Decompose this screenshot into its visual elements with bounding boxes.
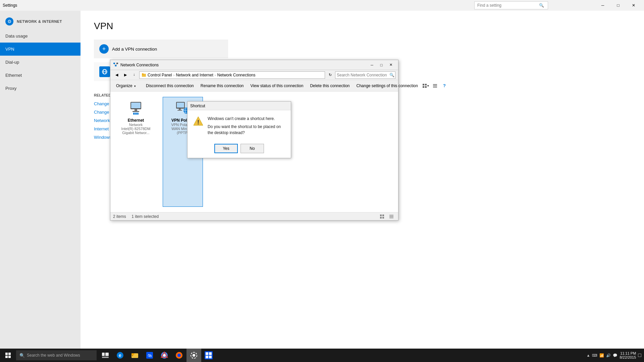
tray-time[interactable]: 11:11 PM 8/22/2015 [620, 351, 636, 359]
tray-network-icon[interactable]: 📶 [599, 353, 604, 358]
svg-rect-14 [433, 84, 437, 85]
explorer-button[interactable] [127, 349, 142, 362]
dialog-body: ! Windows can't create a shortcut here. … [187, 110, 291, 141]
store-button[interactable]: 🛍 [142, 349, 157, 362]
minimize-button[interactable]: ─ [595, 0, 610, 11]
svg-rect-10 [423, 84, 424, 85]
ethernet-icon [128, 100, 144, 116]
dialog-title: Shortcut [190, 104, 205, 108]
settings-tb-button[interactable] [186, 349, 201, 362]
back-button[interactable]: ◀ [113, 71, 120, 79]
nc-titlebar-icon [113, 62, 118, 68]
search-nc-button[interactable]: 🔍 [388, 72, 395, 78]
search-icon: 🔍 [19, 353, 25, 358]
svg-rect-20 [132, 111, 139, 112]
settings-titlebar: Settings 🔍 ─ □ ✕ [0, 0, 644, 11]
sidebar-item-proxy[interactable]: Proxy [0, 82, 80, 95]
svg-line-6 [114, 64, 116, 65]
forward-button[interactable]: ▶ [122, 71, 129, 79]
svg-rect-16 [433, 87, 437, 87]
svg-rect-3 [113, 63, 115, 64]
up-button[interactable]: ↑ [130, 71, 138, 79]
close-button[interactable]: ✕ [626, 0, 641, 11]
details-view-button[interactable] [431, 82, 439, 90]
find-setting-input[interactable] [474, 1, 548, 9]
view-dropdown-button[interactable]: ▾ [422, 82, 430, 90]
notifications-icon[interactable]: □ [638, 352, 641, 358]
statusbar-view-btn1[interactable] [378, 213, 386, 221]
organize-button[interactable]: Organize ▾ [113, 82, 139, 90]
tray-message-icon[interactable]: 💬 [613, 353, 618, 358]
svg-point-60 [177, 354, 181, 357]
refresh-button[interactable]: ↻ [326, 71, 334, 79]
svg-line-7 [116, 64, 117, 65]
shortcut-dialog: Shortcut ! Windows can't create a shortc… [187, 101, 291, 158]
delete-button[interactable]: Delete this connection [307, 82, 353, 90]
chrome-button[interactable] [157, 349, 172, 362]
nc-titlebar-controls: ─ □ ✕ [367, 62, 395, 68]
ethernet-file-sub1: Network [129, 123, 143, 127]
maximize-button[interactable]: □ [610, 0, 626, 11]
nc-address-bar: ◀ ▶ ↑ Control Panel › Network and Intern… [110, 70, 398, 80]
tray-volume-icon[interactable]: 🔊 [606, 353, 611, 358]
search-box[interactable]: 🔍 [335, 71, 395, 79]
svg-rect-45 [5, 356, 8, 358]
svg-rect-43 [5, 353, 8, 355]
sidebar-item-vpn[interactable]: VPN [0, 43, 80, 56]
disconnect-button[interactable]: Disconnect this connection [143, 82, 197, 90]
nc-maximize-button[interactable]: □ [377, 62, 386, 68]
svg-rect-37 [382, 217, 384, 219]
add-vpn-label: Add a VPN connection [112, 47, 157, 52]
start-button[interactable] [0, 349, 16, 362]
svg-rect-49 [102, 357, 109, 358]
nc-titlebar: Network Connections ─ □ ✕ [110, 60, 398, 70]
svg-rect-5 [115, 65, 117, 66]
dialog-buttons: Yes No [187, 141, 291, 158]
sidebar-item-dial-up[interactable]: Dial-up [0, 56, 80, 69]
view-status-button[interactable]: View status of this connection [248, 82, 307, 90]
sidebar-app-icon: ⚙ [5, 17, 13, 25]
metro-app-button[interactable] [201, 349, 216, 362]
svg-rect-28 [177, 110, 182, 111]
tray-arrow[interactable]: ▲ [587, 353, 590, 357]
svg-rect-34 [380, 215, 382, 216]
edge-button[interactable]: e [113, 349, 127, 362]
address-path[interactable]: Control Panel › Network and Internet › N… [139, 71, 325, 79]
search-nc-input[interactable] [335, 73, 388, 77]
svg-rect-15 [433, 85, 437, 86]
clock-date: 8/22/2015 [620, 355, 636, 359]
folder-icon [142, 73, 146, 77]
nc-file-ethernet[interactable]: Ethernet Network Intel(R) 82578DM Gigabi… [116, 97, 156, 207]
rename-button[interactable]: Rename this connection [198, 82, 247, 90]
firefox-button[interactable] [172, 349, 186, 362]
nc-close-button[interactable]: ✕ [386, 62, 395, 68]
statusbar-view-btn2[interactable] [387, 213, 395, 221]
yes-button[interactable]: Yes [214, 144, 238, 153]
organize-arrow: ▾ [134, 84, 136, 88]
svg-text:🛍: 🛍 [148, 353, 152, 358]
find-icon: 🔍 [539, 3, 544, 8]
svg-rect-39 [389, 216, 393, 217]
add-vpn-button[interactable]: + Add a VPN connection [94, 40, 228, 58]
task-view-button[interactable] [98, 349, 113, 362]
nc-toolbar: Organize ▾ Disconnect this connection Re… [110, 80, 398, 92]
help-icon: ? [443, 83, 446, 88]
help-button[interactable]: ? [440, 82, 448, 90]
svg-rect-66 [209, 356, 212, 358]
no-button[interactable]: No [240, 144, 264, 153]
view-dropdown-arrow: ▾ [427, 84, 429, 87]
change-settings-button[interactable]: Change settings of this connection [354, 82, 421, 90]
taskbar-search[interactable]: 🔍 Search the web and Windows [16, 350, 97, 360]
statusbar-right [378, 213, 395, 221]
svg-rect-19 [135, 109, 137, 111]
nc-title-text: Network Connections [120, 63, 159, 67]
nc-titlebar-left: Network Connections [113, 62, 159, 68]
dialog-titlebar: Shortcut [187, 102, 291, 110]
svg-rect-53 [131, 353, 134, 355]
svg-rect-47 [102, 353, 105, 356]
nc-minimize-button[interactable]: ─ [367, 62, 377, 68]
sidebar-item-data-usage[interactable]: Data usage [0, 29, 80, 43]
svg-rect-26 [177, 103, 184, 108]
sidebar-item-ethernet[interactable]: Ethernet [0, 69, 80, 82]
titlebar-controls: ─ □ ✕ [595, 0, 641, 11]
